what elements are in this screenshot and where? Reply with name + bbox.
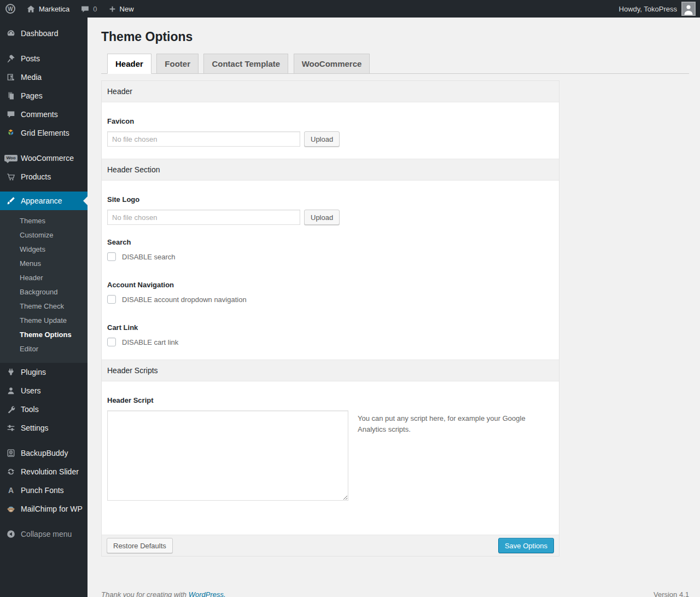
section-header-section-title: Header Section (102, 159, 559, 181)
save-options-button[interactable]: Save Options (498, 538, 554, 553)
tab-header[interactable]: Header (107, 54, 151, 74)
tab-footer[interactable]: Footer (156, 54, 199, 74)
section-header-body: Favicon Upload (102, 102, 559, 159)
sidebar-item-revolution-slider[interactable]: Revolution Slider (0, 462, 88, 481)
sidebar-item-punch-fonts[interactable]: A Punch Fonts (0, 481, 88, 500)
favicon-file-input[interactable] (107, 131, 300, 147)
sidebar-item-dashboard[interactable]: Dashboard (0, 24, 88, 43)
site-name-label: Marketica (39, 5, 69, 13)
submenu-item-editor[interactable]: Editor (0, 342, 88, 356)
comment-count: 0 (93, 5, 97, 13)
sidebar-item-label: Users (21, 386, 41, 395)
disable-account-nav-checkbox[interactable] (107, 295, 116, 304)
letter-a-icon: A (5, 485, 16, 496)
account-navigation-label: Account Navigation (107, 281, 553, 289)
footer-thanks-text: Thank you for creating with WordPress. (101, 590, 226, 597)
current-menu-arrow (83, 196, 88, 205)
panel-actions-bar: Restore Defaults Save Options (102, 535, 559, 556)
section-header-section-body: Site Logo Upload Search DISABLE search A… (102, 181, 559, 360)
new-content-menu[interactable]: New (103, 0, 139, 18)
sidebar-item-grid-elements[interactable]: Grid Elements (0, 124, 88, 142)
sidebar-item-woocommerce[interactable]: Woo WooCommerce (0, 149, 88, 167)
submenu-item-customize[interactable]: Customize (0, 228, 88, 242)
sidebar-item-mailchimp[interactable]: MailChimp for WP (0, 500, 88, 518)
theme-options-tab-bar: Header Footer Contact Template WooCommer… (101, 54, 689, 74)
avatar[interactable] (681, 2, 696, 16)
menu-separator (0, 43, 88, 49)
paintbrush-icon (5, 195, 16, 206)
favicon-label: Favicon (107, 117, 553, 125)
site-name-menu[interactable]: Marketica (21, 0, 75, 18)
sidebar-item-comments[interactable]: Comments (0, 105, 88, 124)
sidebar-item-label: Posts (21, 54, 40, 63)
restore-defaults-button[interactable]: Restore Defaults (107, 538, 173, 553)
footer-thanks-prefix: Thank you for creating with (101, 590, 189, 597)
sidebar-item-tools[interactable]: Tools (0, 400, 88, 419)
disable-search-checkbox[interactable] (107, 252, 116, 261)
sidebar-item-pages[interactable]: Pages (0, 86, 88, 105)
sidebar-item-backupbuddy[interactable]: BackupBuddy (0, 444, 88, 462)
header-script-label: Header Script (107, 396, 553, 404)
sidebar-item-appearance[interactable]: Appearance (0, 192, 88, 210)
submenu-item-theme-options[interactable]: Theme Options (0, 328, 88, 342)
sidebar-item-label: Revolution Slider (21, 467, 79, 476)
submenu-item-header[interactable]: Header (0, 271, 88, 285)
submenu-item-menus[interactable]: Menus (0, 257, 88, 271)
footer-version: Version 4.1 (654, 590, 689, 597)
page-title: Theme Options (101, 29, 689, 45)
disable-search-checkbox-label: DISABLE search (122, 253, 176, 261)
sidebar-item-users[interactable]: Users (0, 381, 88, 400)
main-content: Theme Options Header Footer Contact Temp… (88, 18, 700, 597)
site-logo-label: Site Logo (107, 195, 553, 204)
sidebar-item-label: Pages (21, 91, 43, 100)
sidebar-item-media[interactable]: Media (0, 68, 88, 86)
submenu-item-theme-check[interactable]: Theme Check (0, 299, 88, 314)
media-icon (5, 72, 16, 83)
sidebar-item-label: Plugins (21, 368, 46, 376)
sidebar-item-label: BackupBuddy (21, 449, 68, 457)
comment-bubble-icon (80, 4, 90, 14)
sidebar-item-posts[interactable]: Posts (0, 49, 88, 68)
sidebar-item-label: WooCommerce (21, 154, 74, 163)
new-label: New (120, 5, 134, 13)
collapse-menu-button[interactable]: Collapse menu (0, 525, 88, 543)
wordpress-link[interactable]: WordPress. (189, 590, 226, 597)
home-icon (26, 4, 36, 14)
grid-elements-icon (5, 127, 16, 138)
plug-icon (5, 367, 16, 378)
site-logo-file-input[interactable] (107, 210, 300, 225)
sidebar-item-settings[interactable]: Settings (0, 419, 88, 437)
tab-contact-template[interactable]: Contact Template (203, 54, 288, 74)
header-script-textarea[interactable] (107, 410, 348, 501)
wordpress-logo-icon: W (5, 4, 15, 14)
dashboard-icon (5, 28, 16, 39)
theme-options-panel: Header Favicon Upload Header Section Sit… (101, 80, 559, 557)
submenu-item-background[interactable]: Background (0, 285, 88, 299)
appearance-submenu: Themes Customize Widgets Menus Header Ba… (0, 210, 88, 363)
disable-account-nav-checkbox-label: DISABLE account dropdown navigation (122, 295, 247, 304)
disable-cart-link-checkbox[interactable] (107, 338, 116, 346)
avatar-silhouette-icon (682, 3, 695, 15)
sidebar-item-label: Grid Elements (21, 129, 69, 137)
wp-logo-menu[interactable]: W (0, 0, 21, 18)
cart-icon (5, 171, 16, 182)
sidebar-item-label: Tools (21, 405, 39, 414)
sidebar-item-products[interactable]: Products (0, 167, 88, 186)
site-logo-upload-button[interactable]: Upload (304, 210, 340, 225)
cart-link-label: Cart Link (107, 323, 553, 332)
sidebar-item-label: Comments (21, 110, 58, 119)
menu-separator (0, 437, 88, 444)
submenu-item-themes[interactable]: Themes (0, 214, 88, 228)
favicon-upload-button[interactable]: Upload (304, 131, 340, 147)
sidebar-item-plugins[interactable]: Plugins (0, 363, 88, 381)
tab-woocommerce[interactable]: WooCommerce (294, 54, 370, 74)
section-header-scripts-body: Header Script You can put any script her… (102, 381, 559, 535)
submenu-item-theme-update[interactable]: Theme Update (0, 314, 88, 328)
sidebar-item-label: Appearance (21, 196, 62, 205)
section-header-scripts-title: Header Scripts (102, 360, 559, 381)
section-header-title: Header (102, 81, 559, 102)
howdy-account-link[interactable]: Howdy, TokoPress (619, 5, 677, 13)
mailchimp-monkey-icon (5, 503, 16, 514)
comments-menu[interactable]: 0 (75, 0, 102, 18)
submenu-item-widgets[interactable]: Widgets (0, 242, 88, 257)
